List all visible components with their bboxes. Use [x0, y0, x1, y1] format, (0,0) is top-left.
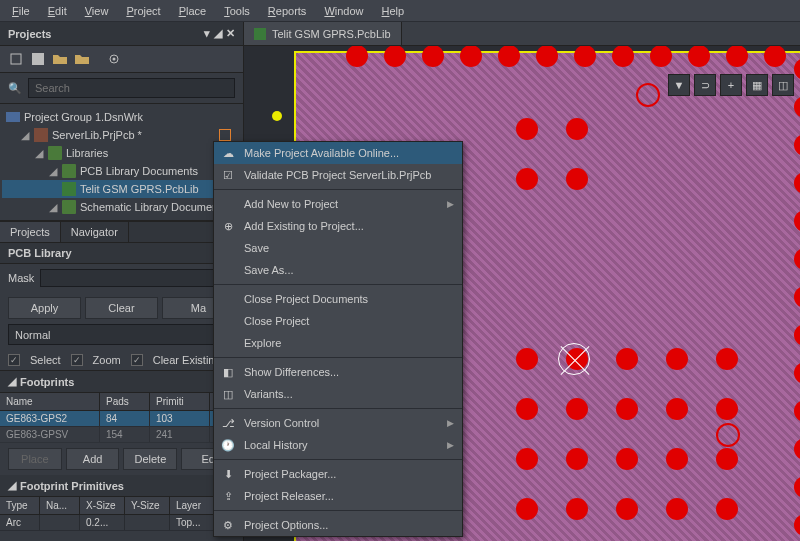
pad[interactable]	[460, 46, 482, 67]
ctx-explore[interactable]: Explore	[214, 332, 462, 354]
pad[interactable]	[516, 398, 538, 420]
pad[interactable]	[516, 118, 538, 140]
ring-pad[interactable]	[716, 423, 740, 447]
pad[interactable]	[536, 46, 558, 67]
menu-edit[interactable]: Edit	[40, 2, 75, 20]
ctx-save[interactable]: Save	[214, 237, 462, 259]
pad[interactable]	[516, 448, 538, 470]
ctx-project-releaser[interactable]: ⇪Project Releaser...	[214, 485, 462, 507]
pad[interactable]	[688, 46, 710, 67]
tree-pcb-lib-docs[interactable]: ◢PCB Library Documents	[2, 162, 241, 180]
pad[interactable]	[384, 46, 406, 67]
mode-dropdown[interactable]: Normal▾	[8, 324, 235, 345]
pad[interactable]	[574, 46, 596, 67]
ctx-show-differences[interactable]: ◧Show Differences...	[214, 361, 462, 383]
pad[interactable]	[616, 498, 638, 520]
place-button[interactable]: Place	[8, 448, 62, 470]
pad[interactable]	[794, 514, 800, 536]
col-name[interactable]: Name	[0, 393, 100, 410]
menu-window[interactable]: Window	[316, 2, 371, 20]
pad[interactable]	[666, 448, 688, 470]
mask-input[interactable]	[40, 269, 235, 287]
pad[interactable]	[794, 210, 800, 232]
table-row[interactable]: Arc 0.2... Top...	[0, 515, 243, 531]
grid-icon[interactable]: ▦	[746, 74, 768, 96]
apply-button[interactable]: Apply	[8, 297, 81, 319]
pad[interactable]	[716, 498, 738, 520]
save-icon[interactable]	[30, 51, 46, 67]
pad[interactable]	[794, 438, 800, 460]
col-primitives[interactable]: Primiti	[150, 393, 210, 410]
pad[interactable]	[566, 498, 588, 520]
menu-place[interactable]: Place	[171, 2, 215, 20]
table-row[interactable]: GE863-GPSV 154 241	[0, 427, 243, 443]
select-checkbox[interactable]: ✓	[8, 354, 20, 366]
menu-project[interactable]: Project	[118, 2, 168, 20]
close-icon[interactable]: ✕	[226, 27, 235, 40]
ctx-make-project-available-online[interactable]: ☁Make Project Available Online...	[214, 142, 462, 164]
ring-pad[interactable]	[636, 83, 660, 107]
folder-icon[interactable]	[52, 51, 68, 67]
expand-icon[interactable]: ◢	[48, 165, 58, 178]
delete-button[interactable]: Delete	[123, 448, 177, 470]
filter-icon[interactable]: ▼	[668, 74, 690, 96]
ctx-close-project[interactable]: Close Project	[214, 310, 462, 332]
pad[interactable]	[616, 448, 638, 470]
tree-group[interactable]: Project Group 1.DsnWrk	[2, 108, 241, 126]
pin-icon[interactable]: ◢	[214, 27, 222, 40]
tree-sch-lib-docs[interactable]: ◢Schematic Library Document	[2, 198, 241, 216]
pad[interactable]	[566, 168, 588, 190]
ctx-project-options[interactable]: ⚙Project Options...	[214, 514, 462, 536]
tree-project[interactable]: ◢ServerLib.PrjPcb *	[2, 126, 241, 144]
plus-icon[interactable]: +	[720, 74, 742, 96]
tab-projects[interactable]: Projects	[0, 222, 61, 242]
pad[interactable]	[422, 46, 444, 67]
menu-view[interactable]: View	[77, 2, 117, 20]
new-icon[interactable]	[8, 51, 24, 67]
expand-icon[interactable]: ◢	[48, 201, 58, 214]
pad[interactable]	[794, 172, 800, 194]
pad[interactable]	[716, 348, 738, 370]
chart-icon[interactable]: ◫	[772, 74, 794, 96]
pad[interactable]	[794, 248, 800, 270]
ctx-project-packager[interactable]: ⬇Project Packager...	[214, 463, 462, 485]
tab-navigator[interactable]: Navigator	[61, 222, 129, 242]
pad[interactable]	[346, 46, 368, 67]
pad[interactable]	[616, 348, 638, 370]
tree-libraries[interactable]: ◢Libraries	[2, 144, 241, 162]
pad[interactable]	[764, 46, 786, 67]
menu-help[interactable]: Help	[374, 2, 413, 20]
ctx-variants[interactable]: ◫Variants...	[214, 383, 462, 405]
zoom-checkbox[interactable]: ✓	[71, 354, 83, 366]
pad[interactable]	[726, 46, 748, 67]
pad[interactable]	[794, 134, 800, 156]
pad[interactable]	[794, 58, 800, 80]
pad[interactable]	[794, 324, 800, 346]
menu-file[interactable]: File	[4, 2, 38, 20]
pad[interactable]	[516, 348, 538, 370]
menu-tools[interactable]: Tools	[216, 2, 258, 20]
pad[interactable]	[716, 398, 738, 420]
ctx-add-new-to-project[interactable]: Add New to Project▶	[214, 193, 462, 215]
expand-icon[interactable]: ◢	[20, 129, 30, 142]
folder2-icon[interactable]	[74, 51, 90, 67]
pad[interactable]	[666, 398, 688, 420]
pad[interactable]	[666, 498, 688, 520]
fit-icon[interactable]: ⊃	[694, 74, 716, 96]
tree-pcb-lib-file[interactable]: Telit GSM GPRS.PcbLib	[2, 180, 241, 198]
dropdown-icon[interactable]: ▾	[204, 27, 210, 40]
pad[interactable]	[566, 118, 588, 140]
pad[interactable]	[666, 348, 688, 370]
pad[interactable]	[794, 400, 800, 422]
ctx-validate-pcb-project-serverlib-prjpcb[interactable]: ☑Validate PCB Project ServerLib.PrjPcb	[214, 164, 462, 186]
pad[interactable]	[794, 476, 800, 498]
pad[interactable]	[566, 448, 588, 470]
pad[interactable]	[498, 46, 520, 67]
expand-icon[interactable]: ◢	[34, 147, 44, 160]
doc-tab[interactable]: Telit GSM GPRS.PcbLib	[244, 22, 402, 45]
pad[interactable]	[650, 46, 672, 67]
primitives-header[interactable]: ◢Footprint Primitives	[0, 475, 243, 497]
ctx-local-history[interactable]: 🕐Local History▶	[214, 434, 462, 456]
footprints-header[interactable]: ◢Footprints	[0, 371, 243, 393]
pad[interactable]	[794, 286, 800, 308]
